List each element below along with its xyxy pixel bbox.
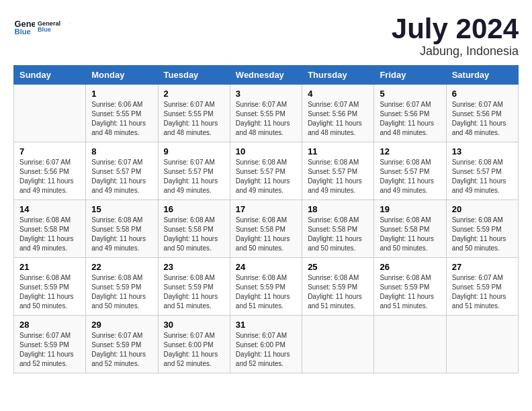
calendar-cell [374, 316, 446, 373]
day-number: 23 [164, 262, 224, 272]
day-number: 17 [236, 204, 296, 214]
svg-text:Blue: Blue [15, 28, 31, 36]
day-info: Sunrise: 6:07 AMSunset: 5:56 PMDaylight:… [308, 100, 368, 138]
calendar-cell: 24Sunrise: 6:08 AMSunset: 5:59 PMDayligh… [230, 258, 302, 316]
day-number: 27 [452, 262, 513, 272]
weekday-wednesday: Wednesday [230, 66, 302, 85]
weekday-sunday: Sunday [14, 66, 86, 85]
day-number: 16 [164, 204, 224, 214]
logo: General Blue General Blue [13, 13, 71, 40]
calendar-cell: 30Sunrise: 6:07 AMSunset: 6:00 PMDayligh… [158, 316, 230, 373]
calendar-cell: 26Sunrise: 6:08 AMSunset: 5:59 PMDayligh… [374, 258, 446, 316]
day-info: Sunrise: 6:07 AMSunset: 6:00 PMDaylight:… [236, 331, 296, 369]
week-row-2: 7Sunrise: 6:07 AMSunset: 5:56 PMDaylight… [14, 142, 519, 200]
calendar-cell [302, 316, 374, 373]
week-row-4: 21Sunrise: 6:08 AMSunset: 5:59 PMDayligh… [14, 258, 519, 316]
weekday-thursday: Thursday [302, 66, 374, 85]
day-number: 21 [19, 262, 80, 272]
calendar-cell: 19Sunrise: 6:08 AMSunset: 5:58 PMDayligh… [374, 200, 446, 258]
calendar-cell: 9Sunrise: 6:07 AMSunset: 5:57 PMDaylight… [158, 142, 230, 200]
day-number: 18 [308, 204, 368, 214]
day-number: 15 [91, 204, 152, 214]
day-info: Sunrise: 6:07 AMSunset: 5:59 PMDaylight:… [91, 331, 152, 369]
day-info: Sunrise: 6:08 AMSunset: 5:58 PMDaylight:… [308, 216, 368, 253]
calendar-cell: 7Sunrise: 6:07 AMSunset: 5:56 PMDaylight… [14, 142, 86, 200]
day-info: Sunrise: 6:07 AMSunset: 5:57 PMDaylight:… [164, 158, 224, 195]
title-area: July 2024 Jabung, Indonesia [392, 13, 519, 58]
day-info: Sunrise: 6:08 AMSunset: 5:59 PMDaylight:… [380, 273, 440, 311]
day-info: Sunrise: 6:08 AMSunset: 5:58 PMDaylight:… [91, 216, 152, 253]
day-number: 13 [452, 146, 513, 156]
day-number: 28 [19, 320, 80, 330]
calendar-cell: 15Sunrise: 6:08 AMSunset: 5:58 PMDayligh… [86, 200, 158, 258]
calendar-cell: 28Sunrise: 6:07 AMSunset: 5:59 PMDayligh… [14, 316, 86, 373]
day-info: Sunrise: 6:08 AMSunset: 5:57 PMDaylight:… [236, 158, 296, 195]
day-info: Sunrise: 6:06 AMSunset: 5:55 PMDaylight:… [91, 100, 152, 138]
day-number: 31 [236, 320, 296, 330]
day-number: 1 [91, 89, 152, 99]
day-number: 11 [308, 146, 368, 156]
weekday-saturday: Saturday [446, 66, 518, 85]
day-number: 22 [91, 262, 152, 272]
day-info: Sunrise: 6:08 AMSunset: 5:58 PMDaylight:… [236, 216, 296, 253]
calendar-cell: 1Sunrise: 6:06 AMSunset: 5:55 PMDaylight… [86, 85, 158, 142]
logo-icon: General Blue [13, 16, 35, 38]
calendar-cell: 23Sunrise: 6:08 AMSunset: 5:59 PMDayligh… [158, 258, 230, 316]
day-info: Sunrise: 6:08 AMSunset: 5:59 PMDaylight:… [452, 216, 513, 253]
calendar-cell: 21Sunrise: 6:08 AMSunset: 5:59 PMDayligh… [14, 258, 86, 316]
day-info: Sunrise: 6:07 AMSunset: 5:56 PMDaylight:… [19, 158, 80, 195]
day-info: Sunrise: 6:08 AMSunset: 5:59 PMDaylight:… [164, 273, 224, 311]
calendar-cell: 2Sunrise: 6:07 AMSunset: 5:55 PMDaylight… [158, 85, 230, 142]
svg-text:General: General [38, 20, 60, 27]
calendar-cell: 31Sunrise: 6:07 AMSunset: 6:00 PMDayligh… [230, 316, 302, 373]
month-title: July 2024 [392, 13, 519, 44]
calendar-cell: 8Sunrise: 6:07 AMSunset: 5:57 PMDaylight… [86, 142, 158, 200]
day-info: Sunrise: 6:07 AMSunset: 5:55 PMDaylight:… [236, 100, 296, 138]
calendar-cell [14, 85, 86, 142]
day-info: Sunrise: 6:08 AMSunset: 5:59 PMDaylight:… [308, 273, 368, 311]
weekday-friday: Friday [374, 66, 446, 85]
calendar-cell: 11Sunrise: 6:08 AMSunset: 5:57 PMDayligh… [302, 142, 374, 200]
calendar-cell: 20Sunrise: 6:08 AMSunset: 5:59 PMDayligh… [446, 200, 518, 258]
day-number: 10 [236, 146, 296, 156]
calendar-cell: 12Sunrise: 6:08 AMSunset: 5:57 PMDayligh… [374, 142, 446, 200]
calendar-cell: 17Sunrise: 6:08 AMSunset: 5:58 PMDayligh… [230, 200, 302, 258]
day-number: 12 [380, 146, 440, 156]
calendar-cell: 25Sunrise: 6:08 AMSunset: 5:59 PMDayligh… [302, 258, 374, 316]
header: General Blue General Blue July 2024 Jabu… [13, 13, 519, 58]
day-number: 19 [380, 204, 440, 214]
day-number: 26 [380, 262, 440, 272]
weekday-header-row: SundayMondayTuesdayWednesdayThursdayFrid… [14, 66, 519, 85]
day-number: 24 [236, 262, 296, 272]
weekday-tuesday: Tuesday [158, 66, 230, 85]
svg-text:Blue: Blue [38, 26, 51, 33]
day-info: Sunrise: 6:08 AMSunset: 5:58 PMDaylight:… [164, 216, 224, 253]
calendar-cell: 29Sunrise: 6:07 AMSunset: 5:59 PMDayligh… [86, 316, 158, 373]
calendar-cell: 13Sunrise: 6:08 AMSunset: 5:57 PMDayligh… [446, 142, 518, 200]
day-number: 6 [452, 89, 513, 99]
svg-marker-7 [70, 22, 71, 27]
day-number: 25 [308, 262, 368, 272]
day-number: 20 [452, 204, 513, 214]
calendar-cell: 10Sunrise: 6:08 AMSunset: 5:57 PMDayligh… [230, 142, 302, 200]
week-row-1: 1Sunrise: 6:06 AMSunset: 5:55 PMDaylight… [14, 85, 519, 142]
calendar-cell [446, 316, 518, 373]
day-info: Sunrise: 6:08 AMSunset: 5:58 PMDaylight:… [380, 216, 440, 253]
day-info: Sunrise: 6:08 AMSunset: 5:59 PMDaylight:… [91, 273, 152, 311]
week-row-3: 14Sunrise: 6:08 AMSunset: 5:58 PMDayligh… [14, 200, 519, 258]
calendar-cell: 27Sunrise: 6:07 AMSunset: 5:59 PMDayligh… [446, 258, 518, 316]
svg-marker-6 [68, 21, 71, 26]
calendar-cell: 14Sunrise: 6:08 AMSunset: 5:58 PMDayligh… [14, 200, 86, 258]
day-info: Sunrise: 6:08 AMSunset: 5:58 PMDaylight:… [19, 216, 80, 253]
day-number: 14 [19, 204, 80, 214]
weekday-monday: Monday [86, 66, 158, 85]
calendar-cell: 16Sunrise: 6:08 AMSunset: 5:58 PMDayligh… [158, 200, 230, 258]
calendar-body: 1Sunrise: 6:06 AMSunset: 5:55 PMDaylight… [14, 85, 519, 373]
day-info: Sunrise: 6:07 AMSunset: 5:56 PMDaylight:… [452, 100, 513, 138]
day-info: Sunrise: 6:08 AMSunset: 5:59 PMDaylight:… [236, 273, 296, 311]
calendar-cell: 22Sunrise: 6:08 AMSunset: 5:59 PMDayligh… [86, 258, 158, 316]
day-number: 29 [91, 320, 152, 330]
calendar-cell: 6Sunrise: 6:07 AMSunset: 5:56 PMDaylight… [446, 85, 518, 142]
day-number: 4 [308, 89, 368, 99]
calendar-cell: 4Sunrise: 6:07 AMSunset: 5:56 PMDaylight… [302, 85, 374, 142]
